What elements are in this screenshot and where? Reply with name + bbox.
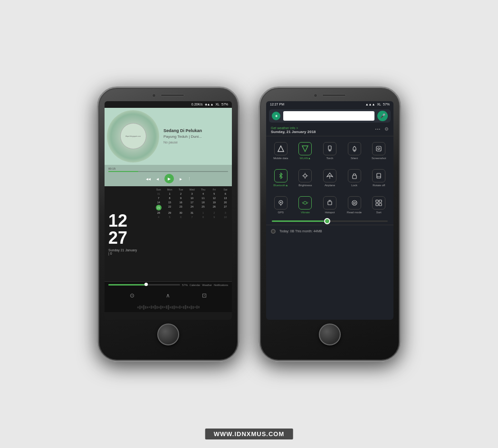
silent-label: Silent — [351, 157, 358, 160]
calendar-header: Sun Mon Tue Wed Thu Fri Sat — [153, 188, 231, 191]
qs-lock[interactable]: Lock — [343, 166, 366, 190]
search-bar[interactable]: ◈ 🎤 — [269, 109, 391, 123]
clock-display: 12 27 Sunday 21 January | 0 — [105, 186, 152, 281]
weather-row: Get weather info > Sunday, 21 January 20… — [266, 124, 393, 135]
brightness-track[interactable] — [272, 220, 388, 222]
wlan-label: WLAN▲ — [300, 157, 311, 160]
music-info: Sedang Di Pelukan Payung Teduh | Duni...… — [162, 108, 232, 165]
brightness-track-handle — [324, 218, 330, 224]
airplane-label: Airplane — [325, 184, 335, 187]
qs-hotspot[interactable]: Hotspot — [318, 193, 342, 217]
mobile-data-label: Mobile data — [273, 157, 288, 160]
data-dot — [271, 229, 276, 234]
search-logo-icon: ◈ — [272, 112, 280, 120]
rotate-icon — [372, 169, 385, 182]
qs-torch[interactable]: Torch — [318, 139, 342, 162]
signal-icons: ◈▲▲ — [205, 103, 214, 106]
lock-icon — [348, 169, 361, 182]
mic-button[interactable]: 🎤 — [377, 111, 388, 121]
data-usage-text: Today: 0B This month: 44MB — [279, 229, 322, 233]
bluetooth-icon — [274, 169, 287, 182]
readmode-icon — [348, 196, 361, 210]
calendar-section: 12 27 Sunday 21 January | 0 Sun Mon Tue … — [105, 186, 232, 281]
watermark: WWW.IDNXMUS.COM — [205, 429, 293, 439]
svg-rect-31 — [379, 203, 382, 206]
qs-brightness[interactable]: Brightness — [294, 166, 317, 190]
readmode-label: Read mode — [347, 211, 362, 214]
qs-mobile-data[interactable]: Mobile data — [269, 139, 293, 162]
brightness-row — [266, 219, 393, 224]
vinyl-disc: ifiqsi.blogspot.con — [107, 110, 159, 162]
weather-link[interactable]: Get weather info > — [271, 126, 316, 130]
menu-button[interactable]: ⋮ — [188, 177, 191, 181]
phone-1-bottom — [157, 324, 179, 345]
data-usage-row: Today: 0B This month: 44MB — [266, 226, 393, 237]
qs-rotate[interactable]: Rotate off — [367, 166, 391, 190]
bottom-tabs: 57% Calendar Weather Notifications — [105, 281, 232, 288]
brightness-slider-1[interactable] — [108, 284, 180, 286]
mobile-data-icon — [274, 142, 287, 155]
qs-wlan[interactable]: WLAN▲ — [294, 139, 317, 162]
tab-notifications[interactable]: Notifications — [214, 284, 228, 286]
tab-calendar[interactable]: Calendar — [190, 284, 200, 286]
skip-back-button[interactable]: ◂ — [156, 176, 159, 181]
brightness-label-qs: Brightness — [298, 184, 312, 187]
airplane-icon — [323, 169, 336, 182]
play-button[interactable]: ▶ — [164, 174, 174, 183]
music-sub: No pause — [163, 141, 230, 144]
speaker-2 — [322, 94, 346, 96]
nav-back-icon[interactable]: ⊙ — [130, 292, 134, 299]
qs-gps[interactable]: GPS — [269, 193, 293, 217]
more-icon[interactable]: ••• — [375, 127, 381, 131]
qs-readmode[interactable]: Read mode — [343, 193, 366, 217]
qs-bluetooth[interactable]: Bluetooth▲ — [269, 166, 293, 190]
speaker-1 — [161, 94, 184, 96]
battery-1: 57% — [221, 103, 228, 106]
gps-icon — [274, 196, 287, 210]
svg-rect-2 — [328, 146, 331, 150]
qs-sort[interactable]: Sort — [367, 193, 391, 217]
svg-point-21 — [304, 201, 306, 204]
svg-line-22 — [302, 202, 303, 204]
cal-row-5: 28 29 30 31 1 2 3 — [153, 211, 231, 215]
qs-vibrate[interactable]: Vibrate — [294, 193, 317, 217]
music-album-area: ifiqsi.blogspot.con Sedang Di Pelukan Pa… — [105, 108, 232, 165]
search-input[interactable] — [283, 111, 374, 121]
quick-settings-row-1: Mobile data WLAN▲ — [266, 137, 393, 164]
home-button-2[interactable] — [319, 324, 341, 345]
hotspot-icon — [323, 196, 336, 210]
time-2: 12:27 PM — [270, 103, 284, 106]
bluetooth-label: Bluetooth▲ — [273, 184, 288, 187]
music-controls: 00:15 ◂◂ ◂ ▶ ▸ ⋮ — [105, 165, 232, 186]
settings-icon[interactable]: ⚙ — [384, 126, 389, 132]
qs-screenshot[interactable]: Screenshot — [367, 139, 391, 162]
vibrate-label: Vibrate — [301, 211, 310, 214]
brightness-pct: 57% — [182, 284, 188, 286]
svg-point-27 — [354, 202, 355, 204]
cal-row-4: 21 22 23 24 25 26 27 — [153, 205, 231, 210]
screenshot-label: Screenshot — [372, 157, 386, 160]
progress-track[interactable] — [108, 171, 228, 172]
brightness-fill-1 — [108, 284, 148, 286]
sort-label: Sort — [376, 211, 382, 214]
qs-airplane[interactable]: Airplane — [318, 166, 342, 190]
tab-weather[interactable]: Weather — [202, 284, 212, 286]
skip-forward-button[interactable]: ▸ — [180, 176, 182, 181]
nav-recent-icon[interactable]: ⊡ — [202, 292, 207, 299]
nav-home-icon[interactable]: ∧ — [166, 292, 170, 299]
qs-silent[interactable]: Silent — [343, 139, 366, 162]
music-section: ifiqsi.blogspot.con Sedang Di Pelukan Pa… — [105, 108, 232, 186]
prev-button[interactable]: ◂◂ — [146, 176, 151, 181]
quick-settings-row-3: GPS Vibrate — [266, 191, 393, 219]
camera-dot-2 — [314, 94, 317, 97]
cal-row-6: 4 5 6 7 8 9 10 — [153, 215, 231, 219]
progress-fill — [108, 171, 138, 172]
svg-point-5 — [354, 150, 355, 152]
brightness-track-fill — [272, 220, 324, 222]
quick-settings-row-2: Bluetooth▲ Brightness — [266, 164, 393, 191]
brightness-icon-qs — [298, 169, 312, 182]
time-display: 00:15 — [108, 167, 228, 170]
home-button-1[interactable] — [157, 324, 179, 345]
gps-label: GPS — [278, 211, 284, 214]
clock-date: Sunday 21 January — [108, 248, 148, 252]
